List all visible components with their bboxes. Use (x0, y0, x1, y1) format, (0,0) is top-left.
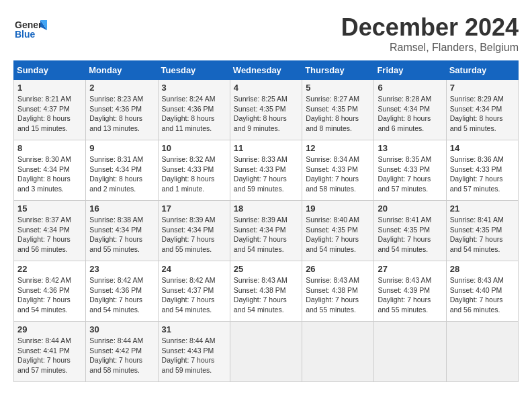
cell-content: Sunrise: 8:24 AM Sunset: 4:36 PM Dayligh… (162, 94, 226, 134)
cell-content: Sunrise: 8:43 AM Sunset: 4:38 PM Dayligh… (234, 275, 298, 315)
title-area: December 2024 Ramsel, Flanders, Belgium (341, 13, 519, 54)
cell-content: Sunrise: 8:41 AM Sunset: 4:35 PM Dayligh… (450, 215, 515, 255)
calendar-cell: 12Sunrise: 8:34 AM Sunset: 4:33 PM Dayli… (302, 140, 374, 201)
day-number: 8 (17, 143, 82, 153)
cell-content: Sunrise: 8:34 AM Sunset: 4:33 PM Dayligh… (306, 154, 370, 194)
calendar-cell: 6Sunrise: 8:28 AM Sunset: 4:34 PM Daylig… (374, 80, 446, 140)
location-title: Ramsel, Flanders, Belgium (341, 42, 519, 54)
day-number: 16 (89, 203, 154, 214)
calendar-cell: 19Sunrise: 8:40 AM Sunset: 4:35 PM Dayli… (302, 201, 374, 261)
col-header-wednesday: Wednesday (230, 61, 302, 80)
calendar-cell (302, 322, 374, 382)
cell-content: Sunrise: 8:32 AM Sunset: 4:33 PM Dayligh… (162, 154, 226, 194)
cell-content: Sunrise: 8:41 AM Sunset: 4:35 PM Dayligh… (378, 215, 442, 255)
col-header-monday: Monday (86, 61, 158, 80)
calendar-cell: 23Sunrise: 8:42 AM Sunset: 4:36 PM Dayli… (86, 261, 158, 322)
calendar-table: SundayMondayTuesdayWednesdayThursdayFrid… (13, 60, 519, 382)
day-number: 12 (306, 143, 370, 153)
calendar-cell: 15Sunrise: 8:37 AM Sunset: 4:34 PM Dayli… (14, 201, 86, 261)
cell-content: Sunrise: 8:44 AM Sunset: 4:42 PM Dayligh… (89, 336, 154, 375)
logo-icon: General Blue (13, 13, 47, 47)
calendar-cell: 7Sunrise: 8:29 AM Sunset: 4:34 PM Daylig… (446, 80, 518, 140)
calendar-cell: 9Sunrise: 8:31 AM Sunset: 4:34 PM Daylig… (86, 140, 158, 201)
col-header-thursday: Thursday (302, 61, 374, 80)
calendar-cell (446, 322, 518, 382)
day-number: 22 (17, 264, 82, 274)
cell-content: Sunrise: 8:42 AM Sunset: 4:36 PM Dayligh… (17, 275, 82, 315)
day-number: 27 (378, 264, 442, 274)
cell-content: Sunrise: 8:43 AM Sunset: 4:39 PM Dayligh… (378, 275, 442, 315)
day-number: 1 (17, 83, 82, 93)
calendar-cell: 16Sunrise: 8:38 AM Sunset: 4:34 PM Dayli… (86, 201, 158, 261)
calendar-cell: 13Sunrise: 8:35 AM Sunset: 4:33 PM Dayli… (374, 140, 446, 201)
logo: General Blue (13, 13, 47, 50)
calendar-cell: 5Sunrise: 8:27 AM Sunset: 4:35 PM Daylig… (302, 80, 374, 140)
day-number: 2 (89, 83, 154, 93)
cell-content: Sunrise: 8:38 AM Sunset: 4:34 PM Dayligh… (89, 215, 154, 255)
calendar-cell: 31Sunrise: 8:44 AM Sunset: 4:43 PM Dayli… (158, 322, 230, 382)
calendar-cell: 1Sunrise: 8:21 AM Sunset: 4:37 PM Daylig… (14, 80, 86, 140)
cell-content: Sunrise: 8:37 AM Sunset: 4:34 PM Dayligh… (17, 215, 82, 255)
cell-content: Sunrise: 8:36 AM Sunset: 4:33 PM Dayligh… (450, 154, 515, 194)
calendar-cell: 29Sunrise: 8:44 AM Sunset: 4:41 PM Dayli… (14, 322, 86, 382)
day-number: 17 (162, 203, 226, 214)
day-number: 26 (306, 264, 370, 274)
col-header-saturday: Saturday (446, 61, 518, 80)
col-header-sunday: Sunday (14, 61, 86, 80)
day-number: 30 (89, 324, 154, 334)
cell-content: Sunrise: 8:23 AM Sunset: 4:36 PM Dayligh… (89, 94, 154, 134)
day-number: 25 (234, 264, 298, 274)
cell-content: Sunrise: 8:39 AM Sunset: 4:34 PM Dayligh… (234, 215, 298, 255)
calendar-cell: 11Sunrise: 8:33 AM Sunset: 4:33 PM Dayli… (230, 140, 302, 201)
day-number: 3 (162, 83, 226, 93)
day-number: 18 (234, 203, 298, 214)
calendar-cell: 22Sunrise: 8:42 AM Sunset: 4:36 PM Dayli… (14, 261, 86, 322)
calendar-cell (374, 322, 446, 382)
col-header-friday: Friday (374, 61, 446, 80)
calendar-cell: 10Sunrise: 8:32 AM Sunset: 4:33 PM Dayli… (158, 140, 230, 201)
cell-content: Sunrise: 8:42 AM Sunset: 4:36 PM Dayligh… (89, 275, 154, 315)
day-number: 7 (450, 83, 515, 93)
cell-content: Sunrise: 8:29 AM Sunset: 4:34 PM Dayligh… (450, 94, 515, 134)
cell-content: Sunrise: 8:33 AM Sunset: 4:33 PM Dayligh… (234, 154, 298, 194)
day-number: 13 (378, 143, 442, 153)
calendar-cell (230, 322, 302, 382)
cell-content: Sunrise: 8:42 AM Sunset: 4:37 PM Dayligh… (162, 275, 226, 315)
calendar-cell: 3Sunrise: 8:24 AM Sunset: 4:36 PM Daylig… (158, 80, 230, 140)
svg-text:Blue: Blue (15, 29, 36, 40)
day-number: 6 (378, 83, 442, 93)
calendar-cell: 2Sunrise: 8:23 AM Sunset: 4:36 PM Daylig… (86, 80, 158, 140)
cell-content: Sunrise: 8:43 AM Sunset: 4:40 PM Dayligh… (450, 275, 515, 315)
calendar-cell: 8Sunrise: 8:30 AM Sunset: 4:34 PM Daylig… (14, 140, 86, 201)
calendar-cell: 18Sunrise: 8:39 AM Sunset: 4:34 PM Dayli… (230, 201, 302, 261)
cell-content: Sunrise: 8:40 AM Sunset: 4:35 PM Dayligh… (306, 215, 370, 255)
cell-content: Sunrise: 8:44 AM Sunset: 4:41 PM Dayligh… (17, 336, 82, 375)
calendar-cell: 17Sunrise: 8:39 AM Sunset: 4:34 PM Dayli… (158, 201, 230, 261)
calendar-cell: 30Sunrise: 8:44 AM Sunset: 4:42 PM Dayli… (86, 322, 158, 382)
day-number: 15 (17, 203, 82, 214)
calendar-cell: 20Sunrise: 8:41 AM Sunset: 4:35 PM Dayli… (374, 201, 446, 261)
day-number: 21 (450, 203, 515, 214)
cell-content: Sunrise: 8:35 AM Sunset: 4:33 PM Dayligh… (378, 154, 442, 194)
cell-content: Sunrise: 8:21 AM Sunset: 4:37 PM Dayligh… (17, 94, 82, 134)
day-number: 28 (450, 264, 515, 274)
calendar-cell: 26Sunrise: 8:43 AM Sunset: 4:38 PM Dayli… (302, 261, 374, 322)
calendar-cell: 24Sunrise: 8:42 AM Sunset: 4:37 PM Dayli… (158, 261, 230, 322)
month-title: December 2024 (341, 13, 519, 42)
col-header-tuesday: Tuesday (158, 61, 230, 80)
calendar-cell: 27Sunrise: 8:43 AM Sunset: 4:39 PM Dayli… (374, 261, 446, 322)
calendar-cell: 21Sunrise: 8:41 AM Sunset: 4:35 PM Dayli… (446, 201, 518, 261)
day-number: 24 (162, 264, 226, 274)
calendar-cell: 14Sunrise: 8:36 AM Sunset: 4:33 PM Dayli… (446, 140, 518, 201)
day-number: 4 (234, 83, 298, 93)
cell-content: Sunrise: 8:28 AM Sunset: 4:34 PM Dayligh… (378, 94, 442, 134)
calendar-cell: 25Sunrise: 8:43 AM Sunset: 4:38 PM Dayli… (230, 261, 302, 322)
day-number: 10 (162, 143, 226, 153)
header: General Blue December 2024 Ramsel, Fland… (13, 13, 519, 54)
day-number: 29 (17, 324, 82, 334)
day-number: 31 (162, 324, 226, 334)
cell-content: Sunrise: 8:44 AM Sunset: 4:43 PM Dayligh… (162, 336, 226, 375)
calendar-cell: 28Sunrise: 8:43 AM Sunset: 4:40 PM Dayli… (446, 261, 518, 322)
calendar-cell: 4Sunrise: 8:25 AM Sunset: 4:35 PM Daylig… (230, 80, 302, 140)
day-number: 11 (234, 143, 298, 153)
